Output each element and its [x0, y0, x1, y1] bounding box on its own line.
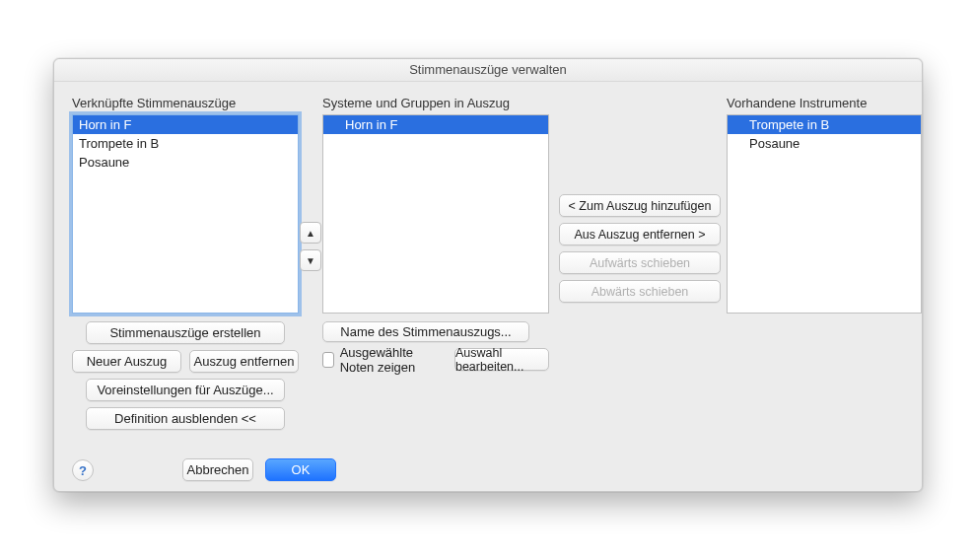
list-item[interactable]: Trompete in B: [728, 115, 921, 134]
delete-part-button[interactable]: Auszug entfernen: [189, 350, 299, 373]
rename-part-button[interactable]: Name des Stimmenauszugs...: [322, 321, 529, 342]
add-to-part-button[interactable]: < Zum Auszug hinzufügen: [559, 194, 721, 217]
list-item[interactable]: Posaune: [728, 134, 921, 153]
generate-parts-button[interactable]: Stimmenauszüge erstellen: [86, 321, 285, 344]
list-item[interactable]: Horn in F: [73, 115, 298, 134]
hide-definition-button[interactable]: Definition ausblenden <<: [86, 407, 285, 430]
cancel-button[interactable]: Abbrechen: [182, 458, 253, 481]
available-instruments-list[interactable]: Trompete in B Posaune: [727, 114, 922, 314]
systems-in-part-label: Systeme und Gruppen in Auszug: [322, 96, 549, 110]
show-selected-notes-label: Ausgewählte Noten zeigen: [340, 345, 445, 375]
chevron-up-icon: ▲: [306, 228, 315, 239]
part-prefs-button[interactable]: Voreinstellungen für Auszüge...: [86, 379, 285, 401]
list-item[interactable]: Horn in F: [323, 115, 548, 134]
chevron-down-icon: ▼: [306, 255, 315, 266]
reorder-down-button[interactable]: ▼: [300, 249, 321, 271]
window-title: Stimmenauszüge verwalten: [54, 59, 922, 82]
list-item[interactable]: Posaune: [73, 153, 298, 172]
show-selected-notes-checkbox[interactable]: [322, 352, 334, 368]
question-icon: ?: [79, 463, 87, 478]
available-instruments-label: Vorhandene Instrumente: [727, 96, 922, 110]
ok-button[interactable]: OK: [265, 458, 336, 481]
help-button[interactable]: ?: [72, 459, 94, 481]
dialog-content: Verknüpfte Stimmenauszüge Horn in F Trom…: [54, 82, 922, 491]
dialog-window: Stimmenauszüge verwalten Verknüpfte Stim…: [53, 58, 923, 492]
new-part-button[interactable]: Neuer Auszug: [72, 350, 181, 373]
move-up-button[interactable]: Aufwärts schieben: [559, 251, 721, 274]
remove-from-part-button[interactable]: Aus Auszug entfernen >: [559, 223, 721, 245]
show-selected-notes-row[interactable]: Ausgewählte Noten zeigen: [322, 349, 445, 370]
reorder-up-button[interactable]: ▲: [300, 222, 321, 244]
linked-parts-list[interactable]: Horn in F Trompete in B Posaune: [72, 114, 299, 314]
list-item[interactable]: Trompete in B: [73, 134, 298, 153]
linked-parts-label: Verknüpfte Stimmenauszüge: [72, 96, 299, 110]
move-down-button[interactable]: Abwärts schieben: [559, 280, 721, 303]
systems-in-part-list[interactable]: Horn in F: [322, 114, 549, 314]
edit-selection-button[interactable]: Auswahl bearbeiten...: [454, 348, 549, 371]
